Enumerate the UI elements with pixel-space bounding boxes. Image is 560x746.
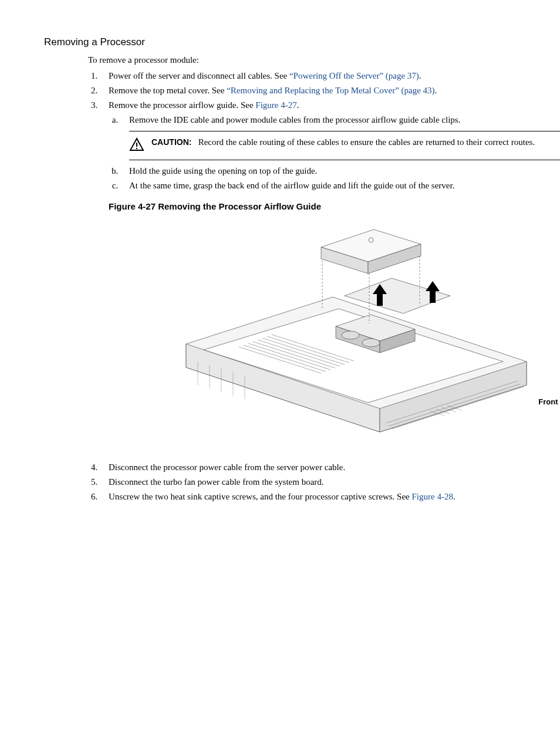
step-1: Power off the server and disconnect all … [100, 70, 560, 82]
step-1-text-pre: Power off the server and disconnect all … [109, 71, 289, 80]
svg-point-1 [136, 148, 137, 149]
step-3b: Hold the guide using the opening on top … [120, 165, 560, 177]
caution-text [194, 137, 198, 147]
server-diagram [168, 215, 544, 444]
step-6: Unscrew the two heat sink captive screws… [100, 491, 560, 503]
link-top-metal-cover[interactable]: “Removing and Replacing the Top Metal Co… [227, 86, 434, 95]
step-3: Remove the processor airflow guide. See … [100, 99, 560, 450]
link-figure-4-28[interactable]: Figure 4-28 [412, 492, 453, 501]
warning-icon [129, 137, 144, 155]
caution-text-container: CAUTION: Record the cable routing of the… [151, 136, 560, 148]
step-3a: Remove the IDE cable and power module ca… [120, 114, 560, 126]
step-3-substeps-cont: Hold the guide using the opening on top … [109, 165, 560, 192]
step-3-text-pre: Remove the processor airflow guide. See [109, 100, 255, 110]
svg-point-10 [342, 331, 359, 339]
caution-box: CAUTION: Record the cable routing of the… [129, 131, 560, 160]
step-3-substeps: Remove the IDE cable and power module ca… [109, 114, 560, 126]
caution-body: Record the cable routing of these cables… [198, 137, 535, 147]
step-1-text-post: . [419, 71, 421, 80]
section-heading: Removing a Processor [44, 35, 560, 49]
step-3c: At the same time, grasp the back end of … [120, 180, 560, 192]
step-4: Disconnect the processor power cable fro… [100, 461, 560, 474]
step-6-text-pre: Unscrew the two heat sink captive screws… [109, 492, 412, 501]
svg-point-11 [362, 339, 380, 347]
figure-front-label: Front of server [538, 397, 560, 407]
figure-caption: Figure 4-27 Removing the Processor Airfl… [109, 200, 560, 212]
step-3-text-post: . [297, 100, 299, 110]
step-2: Remove the top metal cover. See “Removin… [100, 85, 560, 97]
caution-label: CAUTION: [151, 137, 191, 147]
step-6-text-post: . [453, 492, 456, 501]
intro-text: To remove a processor module: [88, 54, 560, 66]
step-5: Disconnect the turbo fan power cable fro… [100, 476, 560, 488]
step-2-text-pre: Remove the top metal cover. See [109, 86, 227, 95]
link-figure-4-27[interactable]: Figure 4-27 [255, 100, 296, 110]
step-2-text-post: . [435, 86, 437, 95]
link-powering-off[interactable]: “Powering Off the Server” (page 37) [289, 71, 419, 80]
figure-4-27: Front of server [109, 215, 560, 450]
step-list: Power off the server and disconnect all … [88, 70, 560, 503]
